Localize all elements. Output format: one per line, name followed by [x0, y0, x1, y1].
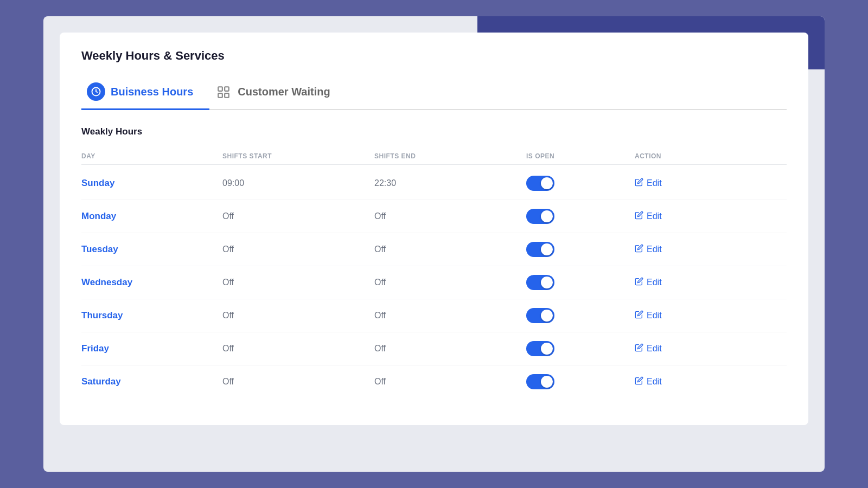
table-row: MondayOffOffEdit — [81, 200, 787, 233]
table-row: FridayOffOffEdit — [81, 332, 787, 365]
pencil-icon — [635, 310, 643, 321]
pencil-icon — [635, 244, 643, 255]
toggle-container — [526, 308, 635, 323]
tabs-container: Buisness Hours Customer Waiting — [81, 76, 787, 110]
tab-customer-waiting[interactable]: Customer Waiting — [209, 77, 346, 108]
shift-start-cell: Off — [222, 245, 374, 254]
day-cell: Tuesday — [81, 244, 222, 255]
is-open-toggle[interactable] — [526, 341, 554, 356]
shift-start-cell: 09:00 — [222, 178, 374, 188]
shift-end-cell: Off — [374, 278, 526, 287]
grid-icon — [215, 84, 232, 101]
shift-start-cell: Off — [222, 278, 374, 287]
shift-start-cell: Off — [222, 211, 374, 221]
toggle-container — [526, 209, 635, 224]
edit-button[interactable]: Edit — [635, 310, 743, 321]
toggle-container — [526, 374, 635, 389]
toggle-container — [526, 176, 635, 191]
edit-button[interactable]: Edit — [635, 277, 743, 288]
shift-end-cell: Off — [374, 344, 526, 354]
svg-rect-3 — [219, 93, 223, 98]
is-open-toggle[interactable] — [526, 374, 554, 389]
col-is-open: IS OPEN — [526, 152, 635, 160]
col-shifts-start: SHIFTS START — [222, 152, 374, 160]
is-open-toggle[interactable] — [526, 242, 554, 257]
shift-start-cell: Off — [222, 311, 374, 320]
day-cell: Wednesday — [81, 277, 222, 288]
shift-end-cell: Off — [374, 211, 526, 221]
svg-rect-1 — [219, 87, 223, 91]
edit-label: Edit — [647, 178, 662, 188]
toggle-container — [526, 242, 635, 257]
shift-end-cell: 22:30 — [374, 178, 526, 188]
tab-customer-waiting-label: Customer Waiting — [238, 86, 330, 98]
edit-button[interactable]: Edit — [635, 376, 743, 387]
outer-wrapper: SET HOURS TO TAKE CALLS Weekly Hours & S… — [43, 16, 825, 472]
day-cell: Sunday — [81, 178, 222, 189]
col-shifts-end: SHIFTS END — [374, 152, 526, 160]
day-cell: Monday — [81, 211, 222, 222]
svg-rect-4 — [225, 93, 229, 98]
section-content: Weakly Hours DAY SHIFTS START SHIFTS END… — [81, 110, 787, 403]
day-cell: Friday — [81, 343, 222, 354]
clock-icon — [87, 82, 105, 101]
col-day: DAY — [81, 152, 222, 160]
is-open-toggle[interactable] — [526, 209, 554, 224]
pencil-icon — [635, 277, 643, 288]
edit-label: Edit — [647, 278, 662, 287]
shift-start-cell: Off — [222, 377, 374, 387]
is-open-toggle[interactable] — [526, 176, 554, 191]
is-open-toggle[interactable] — [526, 275, 554, 290]
tab-business-hours-label: Buisness Hours — [111, 86, 193, 98]
day-cell: Thursday — [81, 310, 222, 321]
table-row: ThursdayOffOffEdit — [81, 299, 787, 332]
shift-end-cell: Off — [374, 311, 526, 320]
section-heading: Weakly Hours — [81, 126, 787, 137]
day-cell: Saturday — [81, 376, 222, 387]
table-row: SaturdayOffOffEdit — [81, 365, 787, 398]
edit-label: Edit — [647, 311, 662, 320]
edit-button[interactable]: Edit — [635, 244, 743, 255]
toggle-container — [526, 341, 635, 356]
is-open-toggle[interactable] — [526, 308, 554, 323]
table-header: DAY SHIFTS START SHIFTS END IS OPEN ACTI… — [81, 148, 787, 165]
col-action: ACTION — [635, 152, 743, 160]
card-title: Weekly Hours & Services — [81, 49, 787, 63]
edit-button[interactable]: Edit — [635, 178, 743, 189]
pencil-icon — [635, 376, 643, 387]
table-container: DAY SHIFTS START SHIFTS END IS OPEN ACTI… — [81, 148, 787, 398]
table-row: WednesdayOffOffEdit — [81, 266, 787, 299]
edit-label: Edit — [647, 344, 662, 354]
pencil-icon — [635, 211, 643, 222]
edit-button[interactable]: Edit — [635, 343, 743, 354]
toggle-container — [526, 275, 635, 290]
pencil-icon — [635, 343, 643, 354]
table-row: TuesdayOffOffEdit — [81, 233, 787, 266]
table-rows: Sunday09:0022:30EditMondayOffOffEditTues… — [81, 167, 787, 398]
shift-end-cell: Off — [374, 245, 526, 254]
main-card: Weekly Hours & Services Buisness Hours — [60, 33, 808, 425]
tab-business-hours[interactable]: Buisness Hours — [81, 76, 209, 110]
edit-label: Edit — [647, 377, 662, 387]
edit-label: Edit — [647, 245, 662, 254]
svg-rect-2 — [225, 87, 229, 91]
pencil-icon — [635, 178, 643, 189]
edit-label: Edit — [647, 211, 662, 221]
shift-end-cell: Off — [374, 377, 526, 387]
edit-button[interactable]: Edit — [635, 211, 743, 222]
table-row: Sunday09:0022:30Edit — [81, 167, 787, 200]
shift-start-cell: Off — [222, 344, 374, 354]
